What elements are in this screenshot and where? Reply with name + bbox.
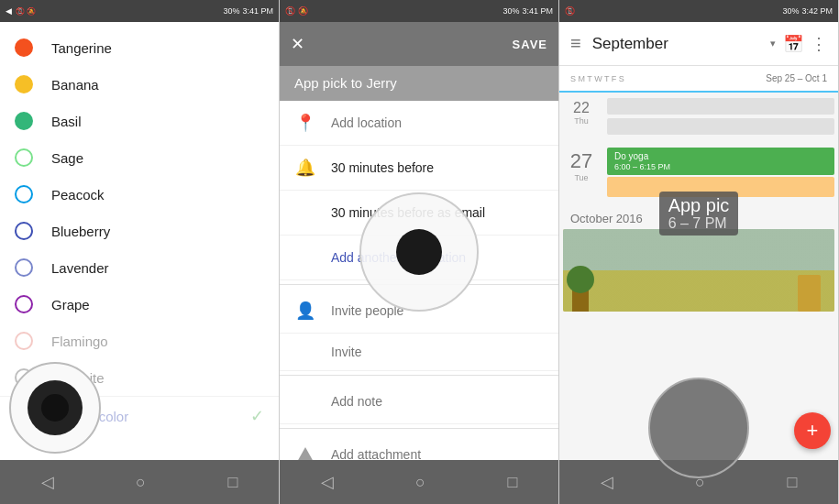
event-title-text: App pick to Jerry <box>294 75 397 91</box>
tree-top <box>567 266 594 293</box>
yoga-event-time: 6:00 – 6:15 PM <box>614 162 670 171</box>
color-item-grape[interactable]: Grape <box>0 286 279 323</box>
lavender-label: Lavender <box>51 260 109 276</box>
reminder-email-row[interactable]: 30 minutes before as email <box>280 191 558 236</box>
color-item-lavender[interactable]: Lavender <box>0 249 279 286</box>
app-name-1: 📵 🔕 <box>16 7 36 16</box>
color-item-sage[interactable]: Sage <box>0 139 279 176</box>
location-text: Add location <box>331 115 402 130</box>
haystack <box>798 275 821 312</box>
date-day-27: Tue <box>563 173 600 182</box>
cursor-dot-inner-1 <box>41 394 69 422</box>
recents-button-3[interactable]: □ <box>779 466 804 499</box>
menu-icon[interactable]: ≡ <box>570 33 581 54</box>
week-days: S M T W T F S <box>567 72 628 85</box>
date-num-27: 27 <box>563 149 600 173</box>
note-icon <box>294 390 316 412</box>
nav-bar-2: ◁ ○ □ <box>280 460 558 504</box>
color-item-banana[interactable]: Banana <box>0 66 279 103</box>
fab-button[interactable]: + <box>794 412 831 449</box>
banana-label: Banana <box>51 77 99 93</box>
attachment-icon <box>294 444 316 460</box>
flamingo-dot <box>15 332 33 350</box>
date-label-22: 22 Thu <box>559 93 603 140</box>
invite-row[interactable]: 👤 Invite people <box>280 289 558 334</box>
reminder-email-icon <box>294 202 316 224</box>
yoga-event-card[interactable]: Do yoga 6:00 – 6:15 PM <box>607 148 834 175</box>
cursor-circle-1 <box>9 362 101 454</box>
battery-2: 30% <box>502 6 519 16</box>
attachment-row[interactable]: Add attachment <box>280 433 558 460</box>
chevron-down-icon[interactable]: ▾ <box>770 38 776 49</box>
calendar-panel: 📵 30% 3:42 PM ≡ September ▾ 📅 ⋮ S M T W … <box>559 0 839 504</box>
status-bar-1: ◀ 📵 🔕 30% 3:41 PM <box>0 0 279 22</box>
event-placeholder-27b <box>607 177 834 197</box>
close-button[interactable]: ✕ <box>291 34 304 54</box>
status-icons-3: 📵 <box>565 6 575 16</box>
october-image <box>563 229 834 312</box>
calendar-title: September <box>592 35 770 53</box>
recents-button-1[interactable]: □ <box>220 466 245 499</box>
recents-button-2[interactable]: □ <box>500 466 524 499</box>
color-picker-panel: ◀ 📵 🔕 30% 3:41 PM Tangerine Banana Basil… <box>0 0 280 504</box>
add-notification-text: Add another notification <box>331 250 466 265</box>
reminder-email-text: 30 minutes before as email <box>331 205 485 220</box>
back-button-1[interactable]: ◁ <box>34 465 61 499</box>
sky-bg <box>563 229 834 312</box>
divider-2 <box>280 375 558 376</box>
home-button-2[interactable]: ○ <box>408 466 433 499</box>
divider-1 <box>280 284 558 285</box>
bell-icon: 🔔 <box>294 157 316 179</box>
more-options-icon[interactable]: ⋮ <box>811 34 827 54</box>
time-3: 3:42 PM <box>801 6 833 16</box>
note-text: Add note <box>331 394 382 409</box>
color-item-flamingo[interactable]: Flamingo <box>0 323 279 359</box>
svg-marker-0 <box>297 447 314 460</box>
peacock-label: Peacock <box>51 187 105 203</box>
back-button-2[interactable]: ◁ <box>314 465 341 499</box>
peacock-dot <box>15 185 33 203</box>
reminder-row[interactable]: 🔔 30 minutes before <box>280 146 558 191</box>
date-row-22: 22 Thu <box>559 93 838 140</box>
banana-dot <box>15 75 33 93</box>
date-row-27: 27 Tue Do yoga 6:00 – 6:15 PM <box>559 142 838 203</box>
attachment-text: Add attachment <box>331 447 421 460</box>
yoga-event-label: Do yoga <box>614 151 648 161</box>
invite-action-row[interactable]: Invite <box>280 334 558 371</box>
date-num-22: 22 <box>563 100 600 116</box>
battery-1: 30% <box>223 6 239 16</box>
invite-text: Invite people <box>331 303 403 318</box>
note-row[interactable]: Add note <box>280 379 558 424</box>
lavender-dot <box>15 258 33 277</box>
calendar-view-icon[interactable]: 📅 <box>783 34 803 54</box>
events-col-27: Do yoga 6:00 – 6:15 PM <box>603 142 838 203</box>
home-button-1[interactable]: ○ <box>128 466 153 499</box>
add-notification-row[interactable]: Add another notification <box>280 236 558 280</box>
location-row[interactable]: 📍 Add location <box>280 101 558 146</box>
color-item-peacock[interactable]: Peacock <box>0 176 279 213</box>
reminder-text: 30 minutes before <box>331 160 434 175</box>
color-item-tangerine[interactable]: Tangerine <box>0 29 279 66</box>
events-col-22 <box>603 93 838 140</box>
flamingo-label: Flamingo <box>51 334 108 349</box>
event-placeholder-22b <box>607 118 834 135</box>
nav-bar-1: ◁ ○ □ <box>0 460 279 504</box>
person-icon: 👤 <box>294 300 316 322</box>
grape-label: Grape <box>51 297 90 312</box>
time-2: 3:41 PM <box>522 6 553 16</box>
cursor-circle-3 <box>648 378 749 478</box>
save-button[interactable]: SAVE <box>513 38 547 51</box>
grape-dot <box>15 295 33 313</box>
week-date-range: Sep 25 – Oct 1 <box>762 71 831 85</box>
check-icon: ✓ <box>250 406 264 426</box>
sage-dot <box>15 148 33 167</box>
date-day-22: Thu <box>563 116 600 126</box>
event-placeholder-22a <box>607 98 834 115</box>
time-1: 3:41 PM <box>242 6 273 16</box>
divider-3 <box>280 428 558 429</box>
basil-dot <box>15 112 33 130</box>
add-notif-icon <box>294 247 316 268</box>
color-item-blueberry[interactable]: Blueberry <box>0 213 279 249</box>
color-item-basil[interactable]: Basil <box>0 103 279 139</box>
back-button-3[interactable]: ◁ <box>593 465 621 499</box>
